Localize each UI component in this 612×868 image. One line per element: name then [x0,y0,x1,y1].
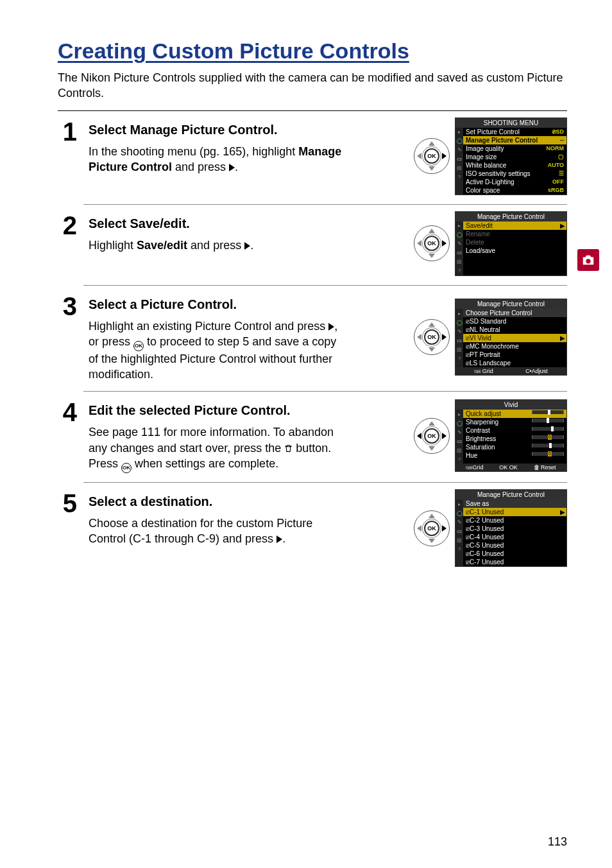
divider [83,482,567,483]
step-heading: Select a destination. [89,494,370,509]
ok-icon: OK [133,341,144,351]
lcd-footer: ⍉⊞ GridC•Adjust [455,367,566,375]
multi-selector-icon: OK [414,418,450,454]
lcd-slider-row: Hue0 [463,451,566,460]
trash-icon [284,444,293,453]
lcd-row: Image qualityNORM [463,144,566,153]
lcd-slider-row: Sharpening [463,418,566,426]
side-tab-camera-icon [577,249,599,271]
lcd-row: ⎚C-2 Unused [463,516,566,525]
step-number: 5 [58,489,77,567]
lcd-slider-row: Contrast [463,426,566,435]
lcd-row: Active D-LightingOFF [463,178,566,186]
step-3: 3 Select a Picture Control. Highlight an… [58,292,567,383]
step-illustration: OK Vivid▸◯✎ᴄꜱ▤?Quick adjustSharpeningCon… [381,398,567,473]
lcd-row: ⎚MC Monochrome [463,342,566,351]
lcd-row: ⎚C-3 Unused [463,525,566,533]
lcd-title: SHOOTING MENU [455,118,566,128]
lcd-row: ISO sensitivity settings☰ [463,169,566,178]
lcd-slider-row: Brightness0 [463,435,566,443]
lcd-subtitle: Save as [463,499,566,508]
lcd-row: ⎚VI Vivid [463,334,566,342]
lcd-row: ⎚PT Portrait [463,351,566,359]
step-illustration: OK Manage Picture Control▸◯✎ᴄꜱ▤?Save/edi… [381,211,567,276]
lcd-slider-row: Saturation [463,443,566,451]
step-illustration: OK SHOOTING MENU▸◯✎ᴄꜱ▤?Set Picture Contr… [381,117,567,195]
step-4: 4 Edit the selected Picture Control. See… [58,398,567,473]
step-text: See page 111 for more information. To ab… [89,424,345,473]
lcd-row: Load/save [463,247,566,255]
lcd-title: Vivid [455,400,566,410]
step-2: 2 Select Save/edit. Highlight Save/edit … [58,211,567,276]
ok-icon: OK [121,463,132,473]
divider [83,204,567,205]
step-text: Highlight Save/edit and press . [89,238,345,253]
intro-text: The Nikon Picture Controls supplied with… [58,70,567,101]
camera-lcd-screenshot: SHOOTING MENU▸◯✎ᴄꜱ▤?Set Picture Control⎚… [455,117,567,195]
lcd-row: White balanceAUTO [463,161,566,169]
page-title: Creating Custom Picture Controls [58,39,567,64]
lcd-row: ⎚C-5 Unused [463,541,566,550]
ok-button-icon: OK [424,148,439,164]
step-illustration: OK Manage Picture Control▸◯✎ᴄꜱ▤?Choose P… [381,292,567,383]
right-triangle-icon [229,164,235,171]
divider [83,285,567,286]
ok-button-icon: OK [424,236,439,251]
lcd-row: Delete [463,238,566,247]
lcd-row: Manage Picture Control-- [463,136,566,144]
lcd-row: ⎚C-7 Unused [463,558,566,566]
lcd-row: ⎚LS Landscape [463,359,566,367]
lcd-row: ⎚NL Neutral [463,326,566,334]
step-number: 3 [58,292,77,383]
lcd-slider-row: Quick adjust [463,410,566,418]
page-number: 113 [548,835,567,849]
ok-button-icon: OK [424,329,439,345]
lcd-row: Save/edit [463,221,566,230]
divider [58,110,567,111]
lcd-row: Color spacesRGB [463,186,566,195]
lcd-row: Image size▢ [463,153,566,161]
ok-button-icon: OK [424,428,439,444]
step-5: 5 Select a destination. Choose a destina… [58,489,567,567]
camera-lcd-screenshot: Vivid▸◯✎ᴄꜱ▤?Quick adjustSharpeningContra… [455,399,567,472]
lcd-footer: ⍉⊞GridOK OK🗑 Reset [455,464,566,471]
multi-selector-icon: OK [414,225,450,261]
step-text: Highlight an existing Picture Control an… [89,318,345,383]
step-illustration: OK Manage Picture Control▸◯✎ᴄꜱ▤?Save as⎚… [381,489,567,567]
multi-selector-icon: OK [414,510,450,546]
lcd-row: ⎚C-6 Unused [463,550,566,558]
step-1: 1 Select Manage Picture Control. In the … [58,117,567,195]
step-heading: Edit the selected Picture Control. [89,403,370,418]
step-number: 4 [58,398,77,473]
lcd-row: ⎚C-4 Unused [463,533,566,541]
step-heading: Select Manage Picture Control. [89,123,370,137]
lcd-row: ⎚C-1 Unused [463,508,566,516]
multi-selector-icon: OK [414,138,450,174]
step-text: In the shooting menu (pg. 165), highligh… [89,144,345,175]
camera-lcd-screenshot: Manage Picture Control▸◯✎ᴄꜱ▤?Choose Pict… [455,299,567,376]
camera-lcd-screenshot: Manage Picture Control▸◯✎ᴄꜱ▤?Save/editRe… [455,211,567,276]
lcd-title: Manage Picture Control [455,299,566,309]
multi-selector-icon: OK [414,319,450,355]
step-number: 2 [58,211,77,276]
right-triangle-icon [244,242,250,250]
lcd-title: Manage Picture Control [455,212,566,221]
divider [83,391,567,392]
step-heading: Select a Picture Control. [89,297,370,312]
right-triangle-icon [328,323,334,331]
lcd-subtitle: Choose Picture Control [463,309,566,317]
lcd-row: Rename [463,230,566,238]
step-heading: Select Save/edit. [89,216,370,231]
ok-button-icon: OK [424,521,439,536]
lcd-title: Manage Picture Control [455,490,566,499]
right-triangle-icon [276,535,282,543]
camera-lcd-screenshot: Manage Picture Control▸◯✎ᴄꜱ▤?Save as⎚C-1… [455,489,567,567]
lcd-row: Set Picture Control⎚SD [463,128,566,136]
lcd-row: ⎚SD Standard [463,317,566,326]
step-number: 1 [58,117,77,195]
step-text: Choose a destination for the custom Pict… [89,516,345,547]
